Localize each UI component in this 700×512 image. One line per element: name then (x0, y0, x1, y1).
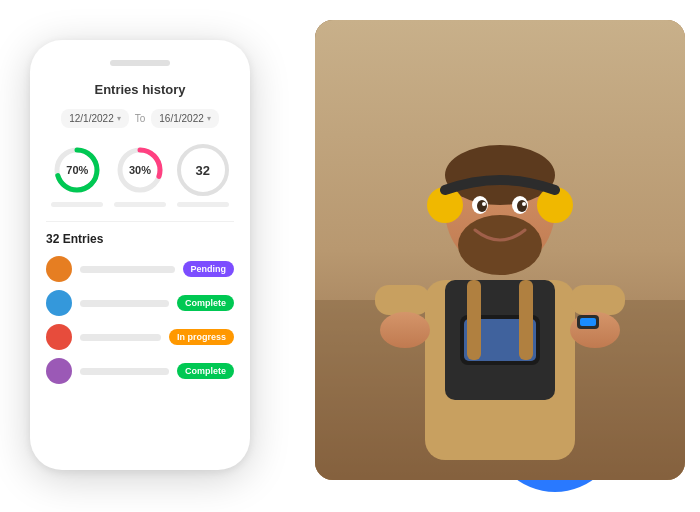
svg-point-12 (522, 202, 526, 206)
status-badge-inprogress: In progress (169, 329, 234, 345)
avatar (46, 358, 72, 384)
svg-point-17 (380, 312, 430, 348)
svg-rect-15 (375, 285, 430, 315)
chart-70-bar (51, 202, 103, 207)
entry-item: Complete (46, 358, 234, 384)
chart-70-label: 70% (66, 164, 88, 176)
chart-30-container: 30% (114, 144, 166, 207)
entry-item: Complete (46, 290, 234, 316)
date-from-value: 12/1/2022 (69, 113, 114, 124)
avatar (46, 324, 72, 350)
svg-point-11 (482, 202, 486, 206)
chart-32-circle: 32 (177, 144, 229, 196)
svg-rect-23 (580, 318, 596, 326)
status-badge-complete: Complete (177, 295, 234, 311)
status-badge-pending: Pending (183, 261, 235, 277)
chart-32-bar (177, 202, 229, 207)
entry-line (80, 300, 169, 307)
entry-line (80, 266, 175, 273)
chart-32-container: 32 (177, 144, 229, 207)
charts-row: 70% 30% 32 (46, 144, 234, 207)
chart-32-label: 32 (195, 163, 209, 178)
entries-count: 32 Entries (46, 232, 234, 246)
svg-point-6 (458, 215, 542, 275)
worker-illustration (315, 20, 685, 480)
svg-point-9 (477, 200, 487, 212)
worker-photo (315, 20, 685, 480)
entry-item: Pending (46, 256, 234, 282)
chart-30-donut: 30% (114, 144, 166, 196)
photo-background (315, 20, 685, 480)
section-divider (46, 221, 234, 222)
avatar (46, 290, 72, 316)
svg-rect-25 (519, 280, 533, 360)
phone-screen-title: Entries history (46, 82, 234, 97)
chart-70-donut: 70% (51, 144, 103, 196)
chart-30-bar (114, 202, 166, 207)
entry-line (80, 368, 169, 375)
date-to-value: 16/1/2022 (159, 113, 204, 124)
svg-point-10 (517, 200, 527, 212)
svg-rect-24 (467, 280, 481, 360)
date-from-pill[interactable]: 12/1/2022 ▾ (61, 109, 129, 128)
svg-rect-16 (570, 285, 625, 315)
chart-70-container: 70% (51, 144, 103, 207)
date-range-row: 12/1/2022 ▾ To 16/1/2022 ▾ (46, 109, 234, 128)
phone-notch (110, 60, 170, 66)
status-badge-complete-2: Complete (177, 363, 234, 379)
date-to-pill[interactable]: 16/1/2022 ▾ (151, 109, 219, 128)
date-to-separator: To (135, 113, 146, 124)
entry-item: In progress (46, 324, 234, 350)
phone-mockup: Entries history 12/1/2022 ▾ To 16/1/2022… (30, 40, 250, 470)
entry-list: Pending Complete In progress Complete (46, 256, 234, 384)
entry-line (80, 334, 161, 341)
chevron-down-icon-2: ▾ (207, 114, 211, 123)
avatar (46, 256, 72, 282)
chart-30-label: 30% (129, 164, 151, 176)
chevron-down-icon: ▾ (117, 114, 121, 123)
